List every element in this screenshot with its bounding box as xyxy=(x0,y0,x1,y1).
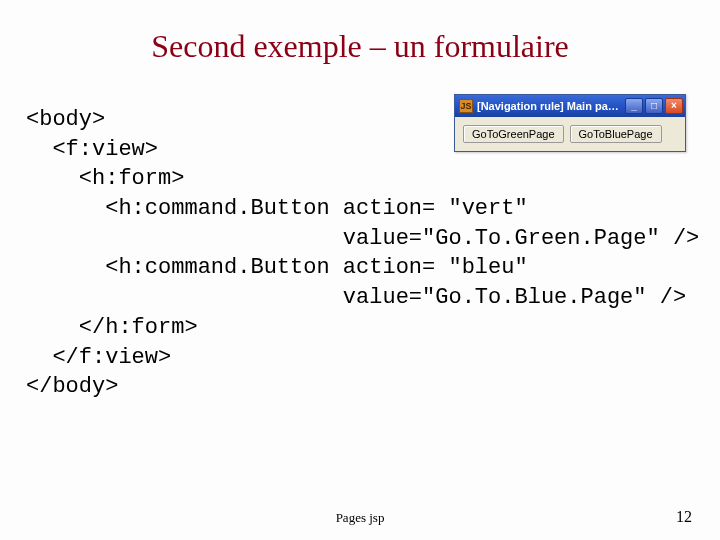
maximize-icon[interactable]: □ xyxy=(645,98,663,114)
code-line: </f:view> xyxy=(26,345,171,370)
code-line: <body> xyxy=(26,107,105,132)
code-line: </h:form> xyxy=(26,315,198,340)
app-icon: JS xyxy=(459,99,473,113)
code-line: value="Go.To.Green.Page" /> xyxy=(26,226,699,251)
footer-label: Pages jsp xyxy=(0,510,720,526)
window-titlebar: JS [Navigation rule] Main page… _ □ × xyxy=(455,95,685,117)
code-line: </body> xyxy=(26,374,118,399)
window-body: GoToGreenPage GoToBluePage xyxy=(455,117,685,151)
slide-title: Second exemple – un formulaire xyxy=(30,28,690,65)
code-line: <h:form> xyxy=(26,166,184,191)
code-line: <f:view> xyxy=(26,137,158,162)
page-number: 12 xyxy=(676,508,692,526)
code-line: <h:command.Button action= "vert" xyxy=(26,196,528,221)
example-window: JS [Navigation rule] Main page… _ □ × Go… xyxy=(454,94,686,152)
close-icon[interactable]: × xyxy=(665,98,683,114)
window-controls: _ □ × xyxy=(625,98,683,114)
code-line: <h:command.Button action= "bleu" xyxy=(26,255,528,280)
go-to-green-button[interactable]: GoToGreenPage xyxy=(463,125,564,143)
go-to-blue-button[interactable]: GoToBluePage xyxy=(570,125,662,143)
minimize-icon[interactable]: _ xyxy=(625,98,643,114)
code-line: value="Go.To.Blue.Page" /> xyxy=(26,285,686,310)
window-title: [Navigation rule] Main page… xyxy=(477,100,625,112)
slide: Second exemple – un formulaire JS [Navig… xyxy=(0,0,720,540)
